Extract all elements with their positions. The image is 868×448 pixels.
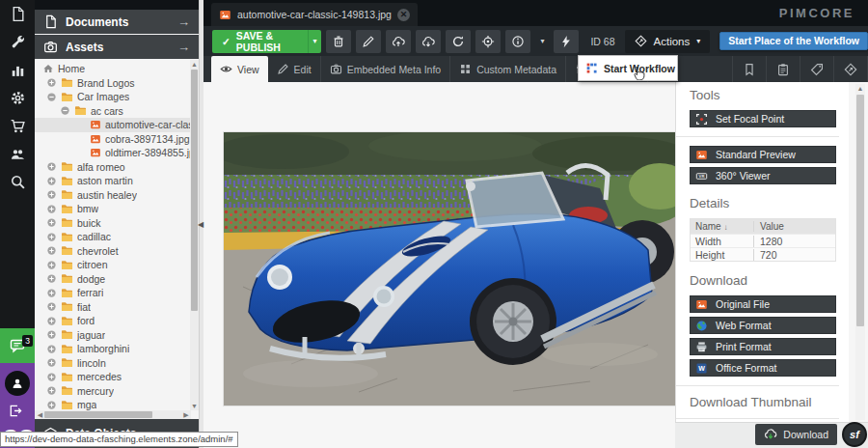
tree-item-aston-martin[interactable]: aston martin <box>35 174 191 188</box>
open-document-tab[interactable]: automotive-car-classic-149813.jpg ✕ <box>211 3 418 26</box>
save-publish-button[interactable]: ✓ SAVE & PUBLISH ▾ <box>212 30 321 53</box>
scrollbar-thumb[interactable] <box>856 95 864 326</box>
expand-plus-icon[interactable] <box>46 400 57 410</box>
save-options-caret[interactable]: ▾ <box>308 30 322 53</box>
info-button[interactable] <box>505 30 530 53</box>
tree-item-mercury[interactable]: mercury <box>35 384 191 399</box>
rail-ecommerce-button[interactable] <box>0 112 35 140</box>
tree-item-cadillac[interactable]: cadillac <box>35 230 191 244</box>
web-format-button[interactable]: Web Format <box>690 317 836 334</box>
documents-panel-header[interactable]: Documents → <box>35 10 199 34</box>
tree-item-automotive-car-classic-14[interactable]: automotive-car-classic-14 <box>35 118 191 132</box>
expand-plus-icon[interactable] <box>46 316 57 326</box>
tree-item-jaguar[interactable]: jaguar <box>35 328 191 343</box>
print-format-button[interactable]: Print Format <box>690 338 836 355</box>
expand-plus-icon[interactable] <box>46 77 57 88</box>
expand-plus-icon[interactable] <box>46 357 57 368</box>
expand-plus-icon[interactable] <box>46 301 57 312</box>
pencil-button[interactable] <box>356 30 381 53</box>
tree-item-bmw[interactable]: bmw <box>35 202 191 216</box>
set-focal-point-button[interactable]: Set Focal Point <box>690 110 836 127</box>
scroll-up-icon[interactable]: ▲ <box>855 85 865 92</box>
tree-item-citroen[interactable]: citroen <box>35 258 191 272</box>
cloud-upload-button[interactable] <box>386 30 411 53</box>
expand-plus-icon[interactable] <box>46 232 57 242</box>
trash-button[interactable] <box>326 30 351 53</box>
original-file-button[interactable]: Original File <box>690 295 836 313</box>
tree-item-alfa-romeo[interactable]: alfa romeo <box>35 160 191 175</box>
tree-item-chevrolet[interactable]: chevrolet <box>35 244 191 259</box>
tab-embedded-meta-info[interactable]: Embedded Meta Info <box>321 56 450 82</box>
tree-item-cobra-3897134-jpg[interactable]: cobra-3897134.jpg <box>35 132 191 147</box>
expand-minus-icon[interactable] <box>46 92 57 102</box>
scrollbar-thumb[interactable] <box>44 411 152 418</box>
scroll-right-icon[interactable]: ▶ <box>182 411 190 418</box>
expand-plus-icon[interactable] <box>46 189 57 200</box>
refresh-button[interactable] <box>446 30 471 53</box>
tree-item-buick[interactable]: buick <box>35 216 191 231</box>
rail-reports-button[interactable] <box>0 56 35 84</box>
tree-item-brand-logos[interactable]: Brand Logos <box>35 76 191 91</box>
expand-plus-icon[interactable] <box>46 344 57 354</box>
expand-plus-icon[interactable] <box>46 161 57 172</box>
expand-plus-icon[interactable] <box>46 372 57 382</box>
tree-item-mercedes[interactable]: mercedes <box>35 370 191 384</box>
tab-edit[interactable]: Edit <box>268 56 321 82</box>
tree-item-dodge[interactable]: dodge <box>35 272 191 287</box>
expand-plus-icon[interactable] <box>46 176 57 186</box>
office-format-button[interactable]: WOffice Format <box>690 359 836 377</box>
tab-view[interactable]: View <box>211 56 268 82</box>
tree-item-ac-cars[interactable]: ac cars <box>35 104 191 119</box>
assets-panel-header[interactable]: Assets → <box>35 35 199 59</box>
lightning-button[interactable] <box>554 30 579 53</box>
scrollbar-thumb[interactable] <box>191 70 198 311</box>
expand-plus-icon[interactable] <box>46 245 57 256</box>
close-tab-icon[interactable]: ✕ <box>397 9 410 21</box>
tree-item-car-images[interactable]: Car Images <box>35 90 191 104</box>
expand-plus-icon[interactable] <box>46 385 57 396</box>
rail-tools-button[interactable] <box>0 28 35 56</box>
caret-down-icon[interactable]: ▾ <box>535 30 549 53</box>
rail-document-button[interactable] <box>0 0 35 28</box>
tab-tag[interactable] <box>800 56 834 82</box>
standard-preview-button[interactable]: Standard Preview <box>690 146 836 163</box>
scroll-left-icon[interactable]: ◀ <box>36 411 44 418</box>
scroll-up-icon[interactable]: ▲ <box>190 61 199 68</box>
tab-clipboard[interactable] <box>767 56 800 82</box>
logout-button[interactable] <box>8 404 27 423</box>
user-avatar[interactable] <box>5 371 30 396</box>
expand-plus-icon[interactable] <box>46 288 57 298</box>
chat-button[interactable]: 3 <box>0 328 35 363</box>
expand-plus-icon[interactable] <box>46 204 57 214</box>
start-workflow-menu-item[interactable]: Start Workflow <box>578 55 678 81</box>
collapse-panel-icon[interactable]: ◀ <box>198 220 203 229</box>
expand-plus-icon[interactable] <box>46 273 57 284</box>
tree-item-oldtimer-3894855-jpg[interactable]: oldtimer-3894855.jpg <box>35 146 191 160</box>
tab-workflow-diamond[interactable] <box>834 56 868 82</box>
details-table-header[interactable]: Name ↓ Value <box>691 219 835 234</box>
tree-vertical-scrollbar[interactable]: ▲ ▼ <box>190 60 199 410</box>
tree-item-ford[interactable]: ford <box>35 314 191 328</box>
tree-item-mga[interactable]: mga <box>35 398 191 410</box>
download-button[interactable]: Download <box>755 424 837 445</box>
scroll-down-icon[interactable]: ▼ <box>190 403 199 409</box>
tree-item-lincoln[interactable]: lincoln <box>35 356 191 371</box>
focal-point-button[interactable] <box>475 30 501 53</box>
expand-plus-icon[interactable] <box>46 217 57 228</box>
expand-minus-icon[interactable] <box>60 105 70 116</box>
rail-search-button[interactable] <box>0 168 35 196</box>
cloud-download-button[interactable] <box>416 30 441 53</box>
tree-item-lamborghini[interactable]: lamborghini <box>35 342 191 356</box>
tree-horizontal-scrollbar[interactable]: ◀ ▶ <box>35 410 191 419</box>
expand-plus-icon[interactable] <box>46 260 57 270</box>
tab-custom-metadata[interactable]: Custom Metadata <box>450 56 566 82</box>
actions-button[interactable]: Actions ▾ <box>625 30 711 53</box>
tree-item-ferrari[interactable]: ferrari <box>35 286 191 300</box>
tree-item-fiat[interactable]: fiat <box>35 300 191 315</box>
expand-plus-icon[interactable] <box>46 329 57 340</box>
panel-vertical-scrollbar[interactable]: ▲ <box>855 84 865 420</box>
tab-bookmark[interactable] <box>733 56 767 82</box>
rail-customers-button[interactable] <box>0 140 35 168</box>
panel-splitter[interactable]: ◀ <box>200 0 203 448</box>
symfony-profiler-badge[interactable]: sf <box>842 422 867 447</box>
